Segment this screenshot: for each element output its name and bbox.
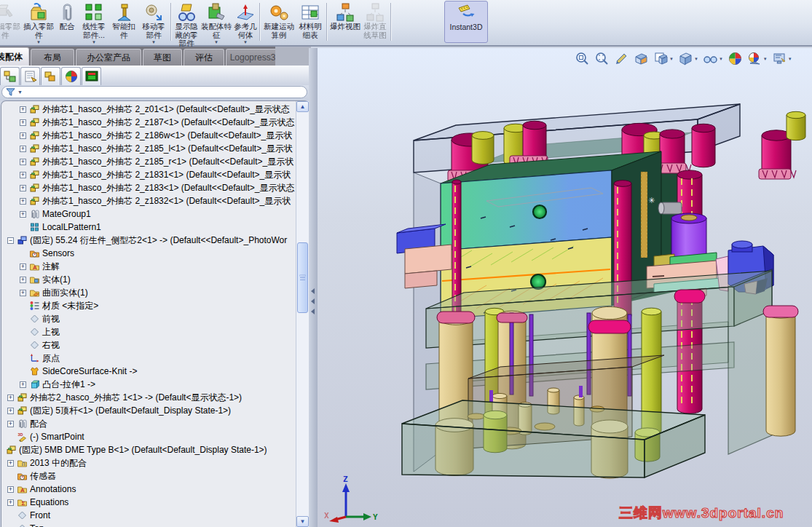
tree-item[interactable]: 前视 (1, 312, 296, 325)
tree-item[interactable]: +实体(1) (1, 273, 296, 286)
scrollbar-thumb[interactable] (297, 242, 308, 313)
command-tab-1[interactable]: 布局 (31, 49, 74, 66)
toolbar-button-edit[interactable]: 编辑零部件 (0, 1, 22, 43)
tree-scrollbar[interactable]: ▲ ▼ (296, 101, 309, 527)
headsup-viewsettings-button[interactable]: ▼ (772, 51, 792, 66)
tree-item[interactable]: +外抽芯1_hasco_外抽芯 2_z1832<1> (Default<<Def… (1, 194, 296, 207)
headsup-dispstyle-button[interactable]: ▼ (678, 51, 698, 66)
headsup-appearance-button[interactable] (728, 51, 743, 66)
tree-item[interactable]: 上视 (1, 325, 296, 338)
tree-item[interactable]: +外抽芯1_hasco_外抽芯 2_z186w<1> (Default<<Def… (1, 129, 296, 142)
tree-expand-toggle[interactable]: + (7, 395, 14, 401)
headsup-zoomarea-button[interactable] (594, 51, 610, 66)
dropdown-arrow-icon[interactable]: ▼ (719, 57, 723, 61)
toolbar-button-move[interactable]: 移动零部件▼ (138, 1, 169, 43)
command-tab-5[interactable]: Logopress3 (226, 49, 280, 66)
tree-item[interactable]: 右视 (1, 338, 296, 352)
dropdown-arrow-icon[interactable]: ▼ (151, 40, 156, 44)
dropdown-arrow-icon[interactable]: ▼ (763, 57, 768, 61)
tree-item[interactable]: +A注解 (1, 260, 296, 273)
tree-item[interactable]: +外抽芯1_hasco_外抽芯 2_z1831<1> (Default<<Def… (1, 168, 296, 181)
tree-expand-toggle[interactable]: + (7, 408, 14, 414)
panel-tab-propertymanager[interactable] (20, 67, 40, 85)
panel-splitter[interactable] (309, 48, 318, 527)
tree-item[interactable]: LocalLPattern1 (1, 221, 296, 234)
tree-item[interactable]: Front (1, 509, 296, 522)
headsup-hideshow-button[interactable]: ▼ (703, 51, 723, 66)
panel-collapse-handle[interactable] (310, 288, 316, 314)
toolbar-button-asmfeat[interactable]: 装配体特征▼ (200, 1, 233, 43)
tree-expand-toggle[interactable]: − (7, 237, 14, 244)
tree-expand-toggle[interactable]: + (7, 486, 14, 493)
tree-expand-toggle[interactable]: + (20, 106, 26, 113)
tree-item[interactable]: +外抽芯1_hasco_外抽芯 2_z185_l<1> (Default<<De… (1, 142, 296, 155)
dropdown-arrow-icon[interactable]: ▼ (92, 40, 96, 44)
mold-assembly-model[interactable]: ✳ ✳ (318, 48, 812, 527)
command-tab-4[interactable]: 评估 (184, 49, 224, 66)
tree-item[interactable]: +2013 中的配合 (1, 456, 296, 469)
tree-expand-toggle[interactable]: + (20, 381, 26, 388)
toolbar-button-linear[interactable]: 线性零部件...▼ (79, 1, 109, 43)
tree-item[interactable]: +凸台-拉伸1 -> (1, 378, 296, 391)
panel-tab-featuremanager[interactable] (0, 67, 20, 85)
dropdown-arrow-icon[interactable]: ▼ (36, 40, 41, 44)
tree-expand-toggle[interactable]: + (20, 264, 26, 270)
tree-expand-toggle[interactable]: + (20, 290, 26, 296)
filter-dropdown-arrow[interactable]: ▼ (17, 90, 23, 95)
tree-item[interactable]: SideCoreSurface-Knit -> (1, 365, 296, 378)
toolbar-button-mate[interactable]: 配合 (55, 1, 79, 43)
dropdown-arrow-icon[interactable]: ▼ (788, 57, 792, 61)
toolbar-button-explsketch[interactable]: 爆炸直线草图 (361, 1, 389, 43)
tree-item[interactable]: +(固定) 5顶杆<1> (Default<Default_Display St… (1, 404, 296, 417)
toolbar-button-smart[interactable]: 智能扣件 (109, 1, 138, 43)
command-tab-3[interactable]: 草图 (143, 49, 182, 66)
headsup-zoomfit-button[interactable] (575, 51, 590, 66)
tree-item[interactable]: 材质 <未指定> (1, 299, 296, 312)
tree-item[interactable]: (固定) 5MB DME Type B<1> (Default<Default_… (1, 443, 296, 456)
panel-tab-custom-addin[interactable] (82, 67, 101, 85)
headsup-scene-button[interactable]: ▼ (747, 51, 768, 66)
toolbar-button-instant3d[interactable]: Instant3D (444, 1, 488, 43)
tree-item[interactable]: −(固定) 55.24 衍生件_侧型芯2<1> -> (Default<<Def… (1, 234, 296, 247)
tree-expand-toggle[interactable]: + (20, 185, 26, 191)
toolbar-button-insert[interactable]: 插入零部件▼ (22, 1, 55, 43)
tree-item[interactable]: 传感器 (1, 469, 296, 483)
tree-expand-toggle[interactable]: + (7, 421, 14, 427)
tree-filter-input[interactable]: ▼ (1, 86, 307, 98)
toolbar-button-refgeo[interactable]: 参考几何体▼ (233, 1, 258, 43)
scroll-up-button[interactable]: ▲ (296, 101, 309, 112)
tree-expand-toggle[interactable]: + (20, 172, 26, 178)
headsup-section-button[interactable] (634, 51, 649, 66)
tree-item[interactable]: 原点 (1, 352, 296, 365)
tree-expand-toggle[interactable]: + (7, 460, 14, 467)
tree-item[interactable]: 3D(-) SmartPoint (1, 430, 296, 443)
tree-expand-toggle[interactable]: + (20, 198, 26, 205)
tree-item[interactable]: +MateGroup1 (1, 207, 296, 221)
dropdown-arrow-icon[interactable]: ▼ (214, 40, 218, 44)
headsup-prevview-button[interactable] (614, 51, 629, 66)
tree-item[interactable]: Top (1, 522, 296, 527)
tree-expand-toggle[interactable]: + (7, 499, 14, 506)
graphics-viewport[interactable]: ✳ ✳ (318, 48, 812, 527)
tree-expand-toggle[interactable]: + (20, 159, 26, 165)
tree-expand-toggle[interactable]: + (20, 119, 26, 126)
command-tab-assembly[interactable]: 装配体 (0, 47, 29, 66)
headsup-vieworient-button[interactable]: ▼ (653, 51, 674, 66)
tree-expand-toggle[interactable]: + (20, 132, 26, 139)
tree-item[interactable]: Sensors (1, 247, 296, 260)
dropdown-arrow-icon[interactable]: ▼ (669, 57, 674, 61)
dropdown-arrow-icon[interactable]: ▼ (243, 40, 248, 44)
panel-tab-configurationmanager[interactable] (41, 67, 60, 85)
tree-item[interactable]: +曲面实体(1) (1, 286, 296, 299)
scroll-down-button[interactable]: ▼ (296, 516, 309, 527)
tree-item[interactable]: +ΣEquations (1, 496, 296, 509)
tree-item[interactable]: +外抽芯2_hasco_外抽芯 1<1> -> (Default<显示状态-1>… (1, 391, 296, 404)
tree-item[interactable]: +外抽芯1_hasco_外抽芯 2_z01<1> (Default<<Defau… (1, 103, 296, 116)
command-tab-2[interactable]: 办公室产品 (76, 49, 141, 66)
panel-tab-displaymanager[interactable] (61, 67, 81, 85)
toolbar-button-bom[interactable]: 材料明细表 (296, 1, 325, 43)
tree-expand-toggle[interactable]: + (20, 277, 26, 283)
tree-item[interactable]: +AAnnotations (1, 483, 296, 496)
dropdown-arrow-icon[interactable]: ▼ (694, 57, 698, 61)
tree-item[interactable]: +外抽芯1_hasco_外抽芯 2_z183<1> (Default<<Defa… (1, 181, 296, 194)
